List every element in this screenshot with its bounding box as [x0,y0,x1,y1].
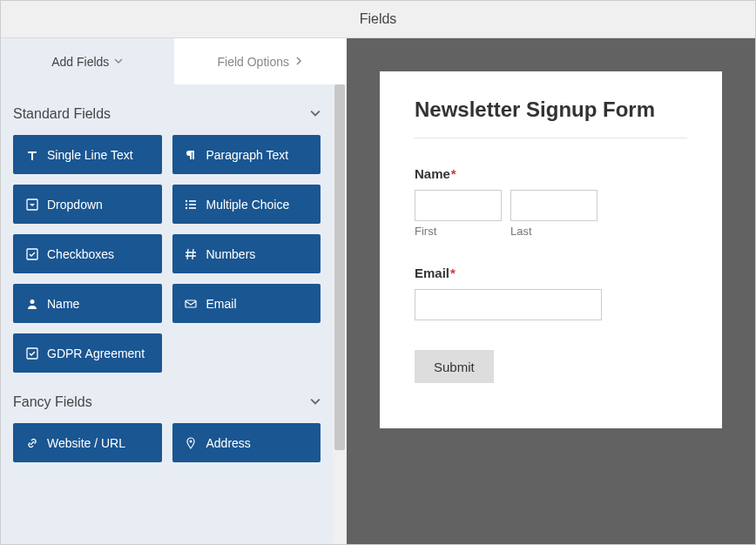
section-label: Standard Fields [13,106,111,122]
chevron-down-icon [310,108,321,121]
field-label: Dropdown [47,198,103,212]
svg-rect-6 [189,207,196,209]
first-sublabel: First [415,225,502,238]
scrollbar-thumb[interactable] [334,84,345,450]
preview-panel: Newsletter Signup Form Name* First Last … [347,38,755,545]
topbar: Fields [1,1,755,38]
tab-label: Add Fields [51,55,109,69]
link-icon [25,437,38,449]
scrollbar[interactable] [333,84,347,545]
chevron-right-icon [294,57,303,67]
section-standard-fields[interactable]: Standard Fields [13,84,321,135]
tab-label: Field Options [218,55,289,69]
field-dropdown[interactable]: Dropdown [13,185,162,224]
tab-field-options[interactable]: Field Options [174,38,348,84]
svg-rect-2 [189,200,196,202]
field-gdpr-agreement[interactable]: GDPR Agreement [13,333,162,373]
form-field-email[interactable]: Email* [415,266,687,320]
field-paragraph-text[interactable]: Paragraph Text [172,135,321,174]
envelope-icon [185,298,198,310]
field-checkboxes[interactable]: Checkboxes [13,234,162,273]
field-label: Single Line Text [47,148,133,162]
field-name[interactable]: Name [13,284,162,323]
standard-fields-grid: Single Line Text Paragraph Text Dropdown… [13,135,321,373]
section-label: Fancy Fields [13,394,92,410]
field-label: Paragraph Text [206,148,289,162]
field-label: Website / URL [47,436,125,450]
field-label: Multiple Choice [206,198,290,212]
panel-tabs: Add Fields Field Options [1,38,347,84]
main: Add Fields Field Options Standard Fields [1,38,755,545]
user-icon [25,298,38,310]
field-numbers[interactable]: Numbers [172,234,321,273]
field-address[interactable]: Address [172,423,321,462]
field-website-url[interactable]: Website / URL [13,423,162,462]
form-card: Newsletter Signup Form Name* First Last … [380,71,722,428]
field-label: Address [206,436,251,450]
fancy-fields-grid: Website / URL Address [13,423,321,462]
field-label: Numbers [206,247,256,261]
field-multiple-choice[interactable]: Multiple Choice [172,185,321,224]
svg-point-11 [190,440,192,442]
chevron-down-icon [310,396,321,409]
field-label: Email [206,297,237,311]
field-label: Name [47,297,79,311]
caret-square-icon [25,198,38,211]
paragraph-icon [185,149,198,161]
submit-button[interactable]: Submit [415,350,494,383]
form-field-name[interactable]: Name* First Last [415,166,687,238]
chevron-down-icon [114,57,123,67]
required-asterisk: * [450,266,456,280]
name-label: Name* [415,166,687,181]
text-icon [25,149,38,161]
last-sublabel: Last [510,225,597,238]
email-input[interactable] [415,289,602,320]
required-asterisk: * [451,166,456,181]
field-label: Checkboxes [47,247,114,261]
svg-point-1 [186,199,187,201]
list-icon [185,198,198,211]
svg-rect-4 [189,204,196,205]
field-email[interactable]: Email [172,284,321,323]
field-label: GDPR Agreement [47,347,145,360]
tab-add-fields[interactable]: Add Fields [1,38,174,84]
email-label: Email* [415,266,687,280]
check-square-icon [25,248,38,260]
svg-point-5 [186,206,187,208]
page-title: Fields [360,11,397,27]
section-fancy-fields[interactable]: Fancy Fields [13,373,321,423]
svg-rect-9 [186,300,196,307]
svg-point-3 [186,203,187,205]
panel-body: Standard Fields Single Line Text Paragra… [1,84,333,474]
pin-icon [185,437,198,449]
last-name-input[interactable] [510,190,597,221]
fields-panel: Add Fields Field Options Standard Fields [1,38,347,545]
field-single-line-text[interactable]: Single Line Text [13,135,162,174]
check-square-icon [25,347,38,360]
first-name-input[interactable] [415,190,502,221]
svg-point-8 [30,299,34,304]
form-title: Newsletter Signup Form [415,98,687,138]
hash-icon [185,248,198,260]
